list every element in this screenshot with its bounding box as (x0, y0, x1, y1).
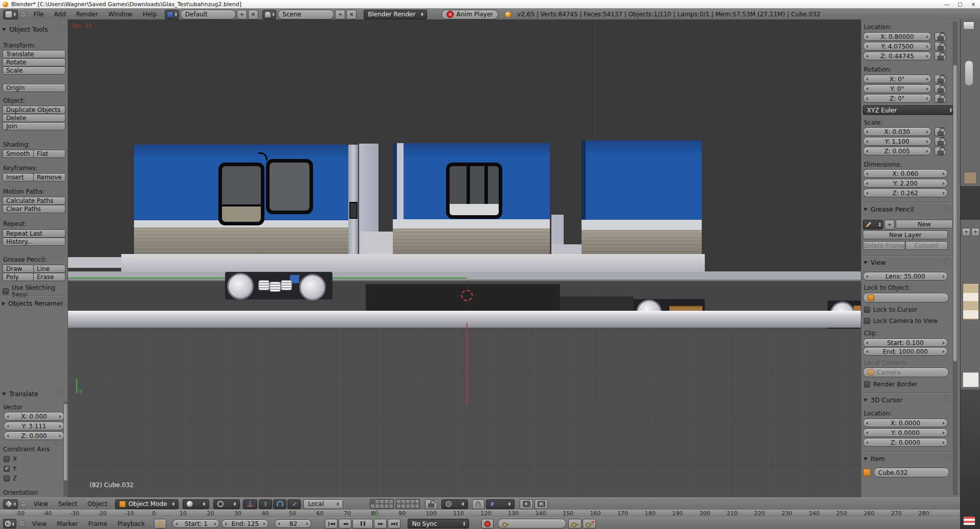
rotation-z-field[interactable]: Z: 0° (863, 94, 931, 103)
lock-to-object-field[interactable] (863, 293, 949, 303)
current-frame-field[interactable]: 82 (275, 519, 311, 528)
rotation-y-field[interactable]: Y: 0° (863, 84, 931, 93)
collapse-menus-icon[interactable] (18, 520, 25, 527)
repeat-last-button[interactable]: Repeat Last (3, 229, 65, 238)
pivot-point-select[interactable]: ▴▾ (213, 499, 240, 509)
n-panel-scrollbar[interactable] (953, 21, 957, 495)
scale-manipulator-button[interactable]: ↕ (287, 499, 301, 509)
anim-player-button[interactable]: × Anim Player (441, 10, 498, 19)
constraint-x-row[interactable]: X (4, 455, 17, 463)
delete-keyframe-button[interactable]: ✕ (583, 519, 596, 528)
lock-icon[interactable] (934, 32, 946, 41)
vector-z-field[interactable]: Z: 0.000 (4, 431, 64, 440)
proportional-edit-select[interactable]: ▴▾ (441, 499, 468, 509)
gp-add-button[interactable]: + (884, 220, 895, 229)
transform-orientation-select[interactable]: Local ▴▾ (303, 499, 343, 509)
sketching-sessions-row[interactable]: Use Sketching Sessi (3, 284, 68, 298)
panel-drag-grip[interactable] (943, 395, 952, 403)
constraint-y-checkbox[interactable] (4, 466, 10, 472)
gp-new-button[interactable]: New (896, 220, 953, 228)
cursor-y-field[interactable]: Y: 0.0000 (863, 428, 948, 437)
screen-layout-button[interactable]: ▴▾ (165, 10, 179, 19)
render-engine-select[interactable]: Blender Render ▴▾ (364, 10, 427, 19)
cursor-x-field[interactable]: X: 0.0000 (863, 419, 948, 427)
jump-to-start-button[interactable]: ◀◀ (325, 519, 338, 528)
editor-type-button[interactable]: ▴▾ (3, 499, 18, 509)
menu-object[interactable]: Object (82, 498, 113, 510)
jump-to-end-button[interactable]: ▶▶ (388, 519, 400, 528)
timeline-ruler[interactable]: -50-40-30-20-100102030405060708090100110… (0, 510, 960, 518)
add-scene-button[interactable]: + (335, 10, 345, 19)
frame-start-field[interactable]: Start: 1 (172, 519, 219, 528)
auto-keyframe-record-button[interactable] (481, 519, 494, 528)
menu-render[interactable]: Render (71, 9, 103, 20)
render-border-checkbox[interactable] (864, 381, 870, 387)
mode-select[interactable]: Object Mode ▴▾ (115, 499, 179, 509)
grease-pencil-panel-header[interactable]: Grease Pencil (863, 205, 914, 213)
translate-operator-panel-header[interactable]: Translate (2, 390, 38, 398)
menu-help[interactable]: Help (138, 9, 162, 20)
snap-toggle-button[interactable] (472, 499, 484, 509)
constraint-z-checkbox[interactable] (4, 475, 10, 481)
panel-drag-grip[interactable] (57, 24, 66, 31)
editor-type-button[interactable]: ▴▾ (3, 519, 16, 528)
lock-icon[interactable] (934, 147, 946, 155)
current-frame-playhead[interactable] (376, 510, 377, 517)
delete-layout-button[interactable]: ✕ (248, 10, 258, 19)
scrollbar-thumb[interactable] (953, 65, 957, 361)
location-y-field[interactable]: Y: 4.07500 (863, 42, 931, 51)
viewport-shading-select[interactable]: ▴▾ (183, 499, 209, 509)
lock-to-scene-button[interactable] (425, 499, 437, 509)
menu-file[interactable]: File (29, 9, 49, 20)
collapse-menus-icon[interactable] (20, 11, 27, 18)
insert-keyframe-button[interactable] (568, 519, 582, 528)
remove-keyframe-button[interactable]: Remove (33, 173, 65, 181)
gp-line-button[interactable]: Line (33, 265, 65, 273)
delete-scene-button[interactable]: ✕ (346, 10, 357, 19)
dimensions-x-field[interactable]: X: 0.060 (863, 169, 948, 178)
object-tools-panel-header[interactable]: Object Tools (2, 26, 48, 33)
smooth-button[interactable]: Smooth (3, 150, 34, 158)
cursor-3d-panel-header[interactable]: 3D Cursor (863, 396, 903, 404)
lens-field[interactable]: Lens: 35.000 (863, 272, 948, 281)
sketching-sessions-checkbox[interactable] (3, 288, 9, 294)
panel-drag-grip[interactable] (943, 204, 952, 212)
layers-grid-2[interactable] (396, 499, 420, 509)
lock-to-cursor-checkbox[interactable] (864, 307, 870, 313)
gp-erase-button[interactable]: Erase (33, 273, 65, 281)
preview-range-toggle[interactable] (154, 519, 166, 528)
panel-drag-grip[interactable] (943, 454, 952, 462)
scale-button[interactable]: Scale (3, 66, 65, 75)
lock-icon[interactable] (934, 52, 946, 60)
lock-icon[interactable] (934, 94, 946, 103)
vector-y-field[interactable]: Y: 3.111 (4, 422, 64, 430)
history-button[interactable]: History... (3, 238, 65, 246)
menu-view[interactable]: View (27, 518, 52, 529)
snap-element-select[interactable]: # ▴▾ (486, 499, 515, 509)
translate-button[interactable]: Translate (3, 50, 65, 58)
lock-to-cursor-row[interactable]: Lock to Cursor (864, 306, 917, 313)
sync-mode-select[interactable]: No Sync ▴▾ (408, 519, 469, 528)
rotation-x-field[interactable]: X: 0° (863, 75, 931, 83)
vector-x-field[interactable]: X: 0.000 (4, 412, 64, 421)
dimensions-y-field[interactable]: Y: 2.200 (863, 179, 948, 188)
constraint-z-row[interactable]: Z (4, 475, 17, 482)
duplicate-objects-button[interactable]: Duplicate Objects (3, 106, 65, 114)
gp-delete-frame-button[interactable]: Delete Frame (863, 241, 905, 250)
maximize-button[interactable]: □ (953, 1, 967, 8)
cursor-z-field[interactable]: Z: 0.0000 (863, 438, 948, 447)
scale-z-field[interactable]: Z: 0.005 (863, 147, 931, 155)
menu-select[interactable]: Select (53, 498, 82, 510)
scale-x-field[interactable]: X: 0.030 (863, 127, 931, 136)
minimize-button[interactable]: — (940, 1, 953, 8)
panel-drag-grip[interactable] (57, 298, 66, 306)
local-camera-field[interactable]: Camera (863, 367, 949, 377)
viewport-3d[interactable]: fps: 24 y (82) Cube.032 (68, 19, 861, 497)
flat-button[interactable]: Flat (33, 150, 65, 158)
constraint-x-checkbox[interactable] (4, 456, 10, 462)
item-panel-header[interactable]: Item (863, 455, 885, 463)
rotate-button[interactable]: Rotate (3, 58, 65, 66)
menu-playback[interactable]: Playback (113, 518, 150, 529)
layers-grid-1[interactable] (370, 499, 394, 509)
scrollbar-thumb[interactable] (64, 404, 68, 480)
